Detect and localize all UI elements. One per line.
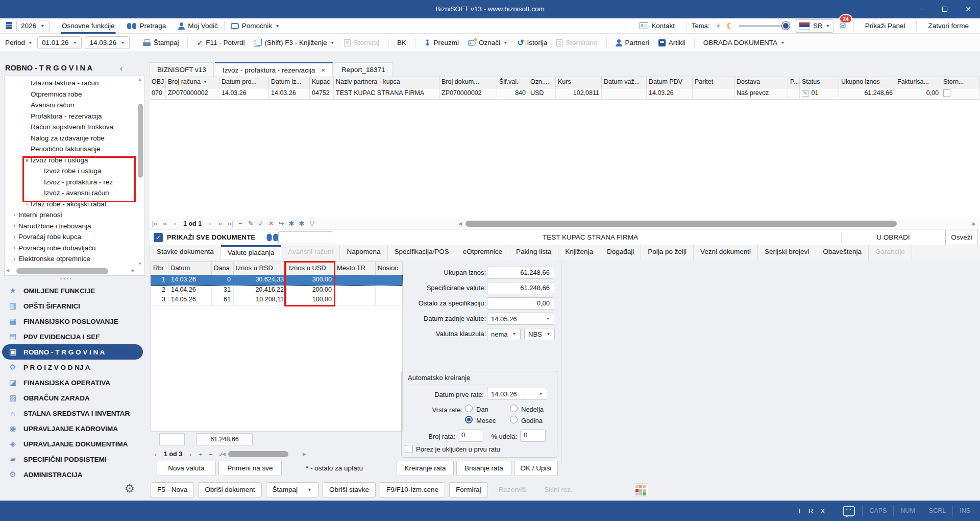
scroll-left-icon[interactable]: ◀ [6,268,9,273]
sun-icon[interactable] [715,21,721,31]
cell-mesto-tr[interactable] [335,295,376,305]
minimize-button[interactable]: – [910,0,933,18]
year-select[interactable]: 2026▼ [16,20,50,32]
grid-horizontal-scrollbar[interactable]: ◀▶ [458,220,976,227]
tree-item[interactable]: ›Interni prenosi [5,209,136,221]
document-cell[interactable] [693,88,734,100]
detail-tab[interactable]: Avansni računi [281,245,340,259]
detail-tab[interactable]: Obaveštenja [816,245,869,259]
detail-tab[interactable]: Napomena [340,245,387,259]
detail-tab[interactable]: Stavke dokumenta [150,245,221,259]
expander-icon[interactable]: › [11,209,18,221]
document-cell[interactable]: Naš prevoz [734,88,788,100]
slider-knob[interactable] [782,22,790,30]
column-header[interactable]: Datum pro... [219,77,269,88]
cell-nosioc[interactable] [376,286,401,296]
sidebar-module[interactable]: ▰SPECIFIČNI PODSISTEMI [0,452,147,467]
column-header[interactable]: Paritet [693,77,734,88]
document-cell[interactable]: TEST KUPAC STRANA FIRMA [334,88,439,100]
scroll-down-icon[interactable]: ▼ [138,262,142,266]
istorija-button[interactable]: Istorija [512,38,552,48]
column-header[interactable]: Ukupno iznos [839,77,895,88]
scroll-left-icon[interactable]: ◀ [222,452,226,457]
tree-item[interactable]: Profaktura - rezervacija [5,111,136,122]
cell-dana[interactable]: 0 [212,275,234,286]
obrada-dokumenta-dropdown[interactable]: OBRADA DOKUMENTA▼ [699,39,790,46]
expander-icon[interactable]: › [11,231,18,243]
column-header[interactable]: Nosioc [376,262,401,275]
payment-row[interactable]: 214.04.263120.416,22200,00 [151,286,402,296]
form-button[interactable]: Štampaj▼ [266,482,318,498]
theme-slider[interactable] [739,25,790,27]
payment-row[interactable]: 114.03.26030.624,33300,00 [151,275,402,286]
tree-item[interactable]: Izlazna faktura - račun [5,78,136,89]
sidebar-module[interactable]: ★OMILJENE FUNKCIJE [0,283,147,298]
column-header[interactable]: Rbr [151,262,168,275]
cell-mesto-tr[interactable] [335,275,376,286]
sidebar-module[interactable]: ▣ROBNO - T R G O V I N A [2,344,143,360]
detail-tab[interactable]: Serijski brojevi [758,245,816,259]
show-all-documents-checkbox[interactable]: ✓ [154,233,163,242]
cell-datum[interactable]: 14.03.26 [168,275,212,286]
sidebar-module[interactable]: ◪FINANSIJSKA OPERATIVA [0,375,147,390]
udeo-input[interactable]: 0 [520,430,546,442]
column-header[interactable]: Status [800,77,839,88]
knjizenje-dropdown[interactable]: (Shift) F3 - Knjiženje▼ [249,39,339,46]
row-edit-icon[interactable]: ✎ [246,220,256,227]
document-cell[interactable] [941,88,979,100]
stornirano-button[interactable]: Stornirano [552,39,602,46]
nav-prev-icon[interactable]: ‹ [170,220,180,227]
valutna-klauzula-select[interactable]: nema▼ [487,328,521,340]
menu-item-osnovne-funkcije[interactable]: Osnovne funkcije [56,18,121,34]
period-dropdown[interactable]: Period▼ [0,39,37,46]
cell-rbr[interactable]: 3 [151,295,168,305]
scrollbar-thumb[interactable] [16,268,108,274]
porez-checkbox[interactable] [405,445,413,453]
sidebar-module[interactable]: ▤PDV EVIDENCIJA I SEF [0,329,147,344]
radio-mesec[interactable] [465,416,473,423]
form-button[interactable]: F9/F10-Izm.cene▼ [380,482,445,498]
document-cell[interactable] [602,88,647,100]
column-header[interactable]: Broj dokum... [439,77,497,88]
document-cell[interactable]: USD [528,88,556,100]
collapse-sidebar-icon[interactable]: ‹ [120,64,122,73]
sidebar-module[interactable]: ◉UPRAVLJANJE KADROVIMA [0,421,147,436]
primeni-na-sve-button[interactable]: Primeni na sve [218,461,282,476]
document-cell[interactable] [788,88,800,100]
nav-next-icon[interactable]: » [215,220,225,227]
tree-item[interactable]: ›Izlaz robe - akcijski rabat [5,199,136,210]
expander-icon[interactable]: ∨ [23,155,31,166]
nova-valuta-button[interactable]: Nova valuta [157,461,216,476]
search-binoculars-icon[interactable] [267,234,279,242]
scroll-right-icon[interactable]: ▶ [132,268,135,273]
document-cell[interactable]: ZP070000002 [439,88,497,100]
column-header[interactable]: Mesto TR [335,262,376,275]
tree-item[interactable]: Izvoz - avansni račun [5,187,136,199]
tree-item[interactable]: Otpremnica robe [5,89,136,100]
document-cell[interactable]: 102,0811 [556,88,602,100]
sidebar-module[interactable]: ⌂STALNA SREDSTVA I INVENTAR [0,406,147,421]
cell-iznos-rsd[interactable]: 10.208,11 [234,295,287,305]
prikazi-panel-button[interactable]: Prikaži Panel [859,18,912,34]
payment-row[interactable]: 314.05.266110.208,11100,00 [151,295,402,305]
form-button[interactable]: Obriši stavke▼ [323,482,376,498]
nav-prev-icon[interactable]: |« [150,220,160,227]
chat-bubble-icon[interactable] [843,506,855,516]
cell-dana[interactable]: 31 [212,286,234,296]
nav-prev-icon[interactable]: ‹ [151,451,161,458]
datum-zadnje-valute-select[interactable]: 14.05.26▼ [487,313,554,325]
sidebar-module[interactable]: ◈UPRAVLJANJE DOKUMENTIMA [0,436,147,452]
document-cell[interactable]: 14.03.26 [269,88,310,100]
date-to-select[interactable]: 14.03.26▼ [85,36,129,49]
document-cell[interactable]: 840 [497,88,528,100]
expander-icon[interactable]: › [11,253,18,265]
language-select[interactable]: SR▼ [795,19,834,33]
column-header[interactable]: Storn... [941,77,979,88]
radio-dan[interactable] [465,405,473,412]
column-header[interactable]: Dostava [734,77,788,88]
tree-item[interactable]: Avansni račun [5,100,136,111]
cell-rbr[interactable]: 1 [151,275,168,286]
document-tab[interactable]: Izvoz - profaktura - rezervacija× [215,62,333,77]
column-header[interactable]: Dana [212,262,234,275]
close-tab-icon[interactable]: × [321,66,325,74]
